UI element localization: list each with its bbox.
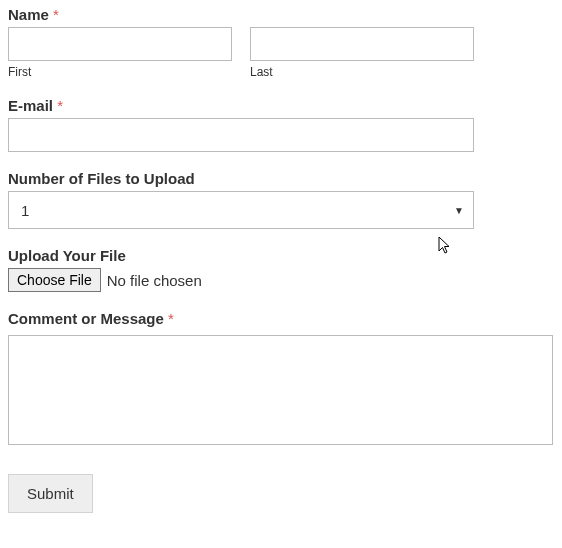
comment-label: Comment or Message * <box>8 310 554 327</box>
submit-button[interactable]: Submit <box>8 474 93 513</box>
filecount-select[interactable]: 1 <box>8 191 474 229</box>
required-asterisk: * <box>53 6 59 23</box>
first-name-sublabel: First <box>8 65 232 79</box>
last-name-sublabel: Last <box>250 65 474 79</box>
last-name-input[interactable] <box>250 27 474 61</box>
required-asterisk: * <box>168 310 174 327</box>
email-label-text: E-mail <box>8 97 53 114</box>
name-label-text: Name <box>8 6 49 23</box>
file-status-text: No file chosen <box>107 272 202 289</box>
filecount-label: Number of Files to Upload <box>8 170 554 187</box>
name-label: Name * <box>8 6 554 23</box>
upload-label: Upload Your File <box>8 247 554 264</box>
comment-textarea[interactable] <box>8 335 553 445</box>
email-input[interactable] <box>8 118 474 152</box>
comment-label-text: Comment or Message <box>8 310 164 327</box>
required-asterisk: * <box>57 97 63 114</box>
first-name-input[interactable] <box>8 27 232 61</box>
choose-file-button[interactable]: Choose File <box>8 268 101 292</box>
email-label: E-mail * <box>8 97 554 114</box>
